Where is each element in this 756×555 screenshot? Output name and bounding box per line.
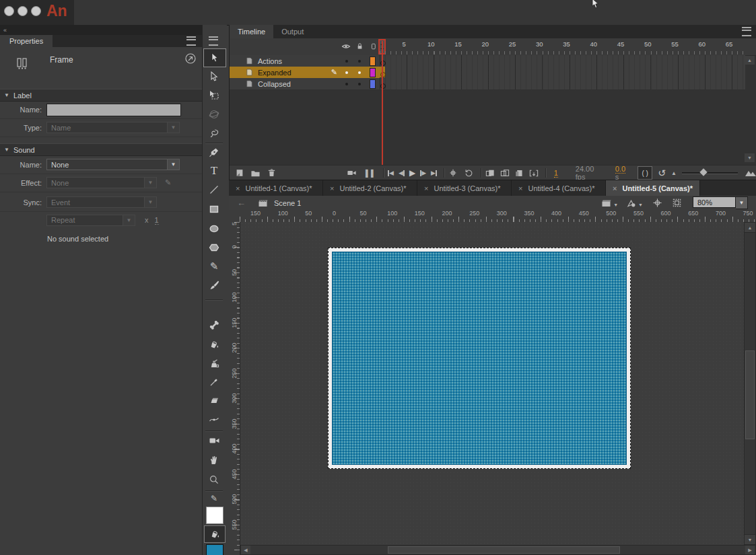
center-frame-button[interactable] bbox=[448, 167, 458, 179]
new-layer-button[interactable] bbox=[235, 167, 244, 179]
close-window-button[interactable] bbox=[4, 6, 14, 16]
layer-color-swatch-expanded[interactable] bbox=[370, 68, 376, 77]
add-camera-button[interactable] bbox=[346, 167, 357, 179]
scroll-down-arrow[interactable]: ▼ bbox=[745, 534, 755, 544]
layer-visibility-dot[interactable] bbox=[345, 71, 348, 74]
horizontal-scrollbar[interactable]: ◀ ▶ bbox=[240, 545, 756, 555]
oval-tool[interactable] bbox=[203, 220, 225, 237]
close-tab-icon[interactable]: × bbox=[330, 184, 334, 192]
properties-panel-menu-button[interactable] bbox=[186, 35, 196, 47]
step-forward-button[interactable]: ▶ bbox=[420, 167, 426, 179]
modify-markers-button[interactable] bbox=[529, 167, 539, 179]
pencil-tool[interactable]: ✎ bbox=[203, 258, 225, 275]
section-header-sound[interactable]: ▼ Sound bbox=[0, 143, 203, 156]
eraser-tool[interactable] bbox=[203, 392, 225, 410]
stage-zoom-select[interactable]: 80% ▼ bbox=[693, 196, 748, 209]
selected-stage-rectangle[interactable] bbox=[332, 252, 627, 465]
scroll-up-arrow[interactable]: ▲ bbox=[745, 223, 755, 233]
timeline-zoom-out-icon[interactable]: ▲ bbox=[671, 167, 677, 179]
lasso-tool[interactable] bbox=[203, 124, 225, 142]
doc-tab-untitled-1[interactable]: × Untitled-1 (Canvas)* bbox=[229, 180, 323, 196]
current-frame-indicator[interactable]: 1 bbox=[554, 169, 558, 178]
minimize-window-button[interactable] bbox=[18, 6, 28, 16]
loop-playback-button[interactable] bbox=[464, 167, 474, 179]
subselection-tool[interactable] bbox=[203, 68, 225, 85]
line-tool[interactable] bbox=[203, 181, 225, 198]
new-folder-button[interactable] bbox=[250, 167, 261, 179]
close-tab-icon[interactable]: × bbox=[613, 184, 617, 192]
camera-tool[interactable] bbox=[203, 432, 225, 449]
go-to-first-frame-button[interactable]: ◀ bbox=[388, 167, 394, 179]
onion-skin-outlines-button[interactable] bbox=[500, 167, 510, 179]
timeline-scroll-down-arrow[interactable]: ▼ bbox=[745, 153, 755, 162]
timeline-scroll-up-arrow[interactable]: ▲ bbox=[745, 56, 755, 65]
edit-scene-button[interactable]: ▼ bbox=[601, 197, 618, 209]
outline-layers-toggle[interactable] bbox=[370, 42, 378, 50]
hand-tool[interactable] bbox=[203, 451, 225, 469]
center-stage-button[interactable] bbox=[652, 197, 662, 209]
layer-row-collapsed[interactable]: Collapsed bbox=[230, 78, 380, 90]
stroke-color-control[interactable]: ✎ bbox=[203, 492, 225, 505]
layer-color-swatch-actions[interactable] bbox=[370, 57, 376, 66]
expand-window-button[interactable] bbox=[31, 6, 41, 16]
paint-brush-tool[interactable] bbox=[203, 276, 225, 294]
timeline-zoom-slider[interactable] bbox=[682, 172, 738, 174]
tab-output[interactable]: Output bbox=[273, 25, 312, 38]
ink-bottle-tool[interactable] bbox=[203, 355, 225, 373]
collapse-panel-button[interactable]: « bbox=[3, 27, 7, 34]
frames-grid-collapsed[interactable] bbox=[380, 78, 745, 90]
show-hide-layers-toggle[interactable] bbox=[341, 42, 351, 50]
doc-tab-untitled-5[interactable]: × Untitled-5 (Canvas)* bbox=[606, 180, 700, 196]
layer-color-swatch-collapsed[interactable] bbox=[370, 79, 376, 89]
toolbar-menu-button[interactable] bbox=[209, 36, 218, 46]
stage[interactable] bbox=[328, 248, 631, 469]
doc-tab-untitled-2[interactable]: × Untitled-2 (Canvas)* bbox=[323, 180, 417, 196]
frames-grid-actions[interactable] bbox=[380, 55, 745, 67]
tab-properties[interactable]: Properties bbox=[0, 35, 53, 47]
layer-visibility-dot[interactable] bbox=[345, 60, 348, 63]
frame-rate-indicator[interactable]: 24.00 fps bbox=[576, 165, 603, 182]
reset-timeline-zoom-button[interactable]: ↺ bbox=[658, 167, 666, 179]
bone-tool[interactable] bbox=[203, 316, 225, 334]
layer-lock-dot[interactable] bbox=[358, 83, 361, 85]
canvas-viewport[interactable] bbox=[240, 222, 744, 545]
paint-bucket-tool[interactable] bbox=[203, 336, 225, 353]
frames-grid-expanded[interactable] bbox=[380, 67, 745, 79]
scroll-right-arrow[interactable]: ▶ bbox=[745, 546, 755, 554]
timeline-zoom-slider-thumb[interactable] bbox=[699, 168, 707, 176]
fill-color-control[interactable] bbox=[204, 525, 226, 543]
selection-tool[interactable] bbox=[203, 48, 226, 67]
doc-tab-untitled-3[interactable]: × Untitled-3 (Canvas)* bbox=[417, 180, 512, 196]
rectangle-tool[interactable] bbox=[203, 200, 225, 218]
playhead-line[interactable] bbox=[382, 41, 383, 165]
dropdown-arrow-icon[interactable]: ▼ bbox=[736, 196, 748, 209]
section-header-label[interactable]: ▼ Label bbox=[0, 89, 203, 102]
show-parenting-view-button[interactable]: ▌▌ bbox=[366, 167, 376, 179]
vertical-scrollbar-thumb[interactable] bbox=[745, 350, 755, 439]
width-tool[interactable] bbox=[203, 411, 225, 429]
onion-skin-button[interactable] bbox=[485, 167, 495, 179]
layer-row-actions[interactable]: Actions bbox=[230, 55, 380, 67]
layer-visibility-dot[interactable] bbox=[345, 83, 348, 85]
layer-lock-dot[interactable] bbox=[358, 60, 361, 63]
timeline-panel-menu-button[interactable] bbox=[742, 25, 751, 38]
clip-content-toggle[interactable] bbox=[672, 197, 682, 209]
horizontal-scrollbar-thumb[interactable] bbox=[388, 546, 620, 554]
pen-tool[interactable] bbox=[203, 144, 225, 161]
eyedropper-tool[interactable] bbox=[203, 373, 225, 391]
edit-symbols-button[interactable]: ▼ bbox=[626, 197, 643, 209]
help-link-icon[interactable] bbox=[184, 52, 197, 65]
elapsed-time-indicator[interactable]: 0.0 s bbox=[615, 165, 630, 181]
scroll-left-arrow[interactable]: ◀ bbox=[241, 546, 250, 554]
text-tool[interactable]: T bbox=[203, 162, 225, 180]
sound-name-dropdown[interactable]: None ▼ bbox=[46, 159, 180, 170]
delete-layer-button[interactable] bbox=[267, 167, 276, 179]
close-tab-icon[interactable]: × bbox=[424, 184, 428, 192]
polystar-tool[interactable] bbox=[203, 239, 225, 256]
zoom-tool[interactable] bbox=[203, 471, 225, 488]
close-tab-icon[interactable]: × bbox=[518, 184, 522, 192]
go-to-last-frame-button[interactable]: ▶ bbox=[431, 167, 437, 179]
free-transform-tool[interactable] bbox=[203, 87, 225, 104]
layer-row-expanded[interactable]: Expanded ✎ bbox=[230, 67, 380, 79]
label-name-input[interactable] bbox=[46, 104, 181, 116]
